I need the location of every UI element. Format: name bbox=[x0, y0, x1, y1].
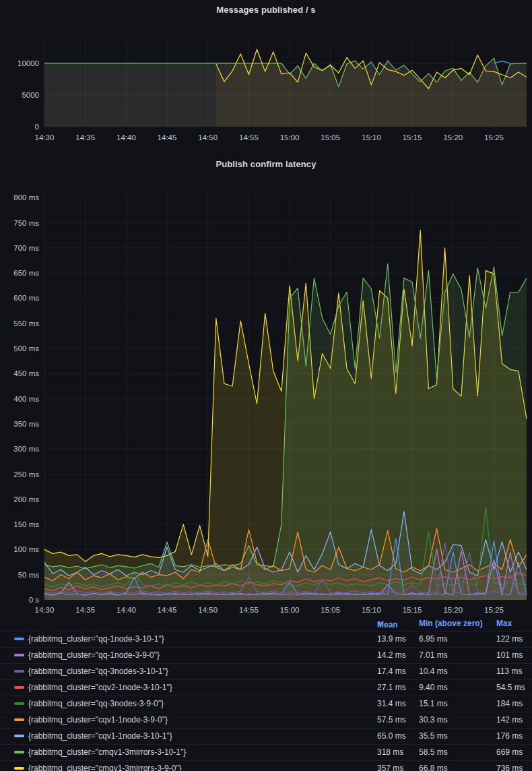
legend-value-min: 9.40 ms bbox=[419, 683, 448, 692]
svg-text:15:20: 15:20 bbox=[443, 606, 463, 614]
svg-text:750 ms: 750 ms bbox=[13, 219, 39, 227]
svg-text:14:30: 14:30 bbox=[35, 606, 55, 614]
svg-text:5000: 5000 bbox=[22, 91, 39, 99]
svg-text:15:05: 15:05 bbox=[321, 606, 340, 614]
svg-text:100 ms: 100 ms bbox=[13, 545, 39, 553]
legend-value-mean: 65.0 ms bbox=[377, 731, 406, 741]
legend-row[interactable]: {rabbitmq_cluster="qq-3nodes-3-9-0"}31.4… bbox=[0, 696, 532, 712]
svg-text:15:10: 15:10 bbox=[362, 133, 381, 142]
series-color-swatch bbox=[14, 767, 24, 770]
legend-value-min: 10.4 ms bbox=[419, 667, 448, 676]
legend-value-max: 176 ms bbox=[496, 731, 523, 741]
svg-text:0: 0 bbox=[35, 123, 39, 131]
series-color-swatch bbox=[14, 702, 24, 705]
legend-series-name[interactable]: {rabbitmq_cluster="qq-1node-3-9-0"} bbox=[28, 650, 160, 660]
legend-value-max: 669 ms bbox=[496, 747, 523, 757]
series-group bbox=[44, 230, 527, 600]
legend-series-name[interactable]: {rabbitmq_cluster="cqv2-1node-3-10-1"} bbox=[28, 683, 172, 692]
svg-text:14:35: 14:35 bbox=[75, 606, 95, 614]
svg-text:250 ms: 250 ms bbox=[13, 470, 39, 479]
svg-text:10000: 10000 bbox=[18, 59, 39, 67]
svg-text:14:45: 14:45 bbox=[158, 606, 177, 614]
svg-text:300 ms: 300 ms bbox=[13, 445, 39, 453]
svg-text:15:10: 15:10 bbox=[362, 606, 381, 614]
svg-text:500 ms: 500 ms bbox=[13, 344, 39, 352]
series-color-swatch bbox=[14, 638, 24, 640]
legend-table: Mean ^ Min (above zero) Max {rabbitmq_cl… bbox=[0, 617, 532, 771]
svg-text:15:20: 15:20 bbox=[443, 133, 463, 142]
svg-text:400 ms: 400 ms bbox=[13, 395, 39, 403]
svg-text:14:40: 14:40 bbox=[117, 133, 136, 142]
legend-value-mean: 14.2 ms bbox=[377, 650, 406, 660]
svg-text:200 ms: 200 ms bbox=[13, 495, 39, 503]
svg-text:350 ms: 350 ms bbox=[13, 420, 39, 428]
legend-value-mean: 13.9 ms bbox=[377, 634, 406, 644]
legend-value-mean: 57.5 ms bbox=[377, 715, 406, 724]
legend-value-min: 58.5 ms bbox=[419, 747, 448, 757]
legend-series-name[interactable]: {rabbitmq_cluster="cqv1-1node-3-10-1"} bbox=[28, 731, 172, 741]
svg-text:14:40: 14:40 bbox=[117, 606, 136, 614]
series-color-swatch bbox=[14, 718, 24, 721]
svg-text:450 ms: 450 ms bbox=[13, 369, 39, 377]
legend-row[interactable]: {rabbitmq_cluster="qq-1node-3-9-0"}14.2 … bbox=[0, 647, 532, 663]
svg-text:14:55: 14:55 bbox=[239, 133, 259, 142]
svg-text:600 ms: 600 ms bbox=[13, 294, 39, 302]
svg-text:15:00: 15:00 bbox=[280, 133, 300, 142]
legend-row[interactable]: {rabbitmq_cluster="cmqv1-3mirrors-3-10-1… bbox=[0, 744, 532, 760]
svg-text:15:00: 15:00 bbox=[280, 606, 300, 614]
sort-ascending-icon: ^ bbox=[377, 620, 382, 629]
legend-column-max[interactable]: Max bbox=[496, 619, 512, 628]
legend-value-mean: 357 ms bbox=[377, 764, 403, 771]
legend-value-min: 6.95 ms bbox=[419, 634, 448, 644]
messages-published-chart[interactable]: 100005000014:3014:3514:4014:4514:5014:55… bbox=[0, 0, 532, 147]
svg-text:14:30: 14:30 bbox=[35, 133, 55, 142]
svg-text:650 ms: 650 ms bbox=[13, 269, 39, 277]
svg-text:15:15: 15:15 bbox=[403, 606, 422, 614]
legend-value-mean: 17.4 ms bbox=[377, 667, 406, 676]
legend-value-mean: 31.4 ms bbox=[377, 699, 406, 708]
legend-row[interactable]: {rabbitmq_cluster="qq-1node-3-10-1"}13.9… bbox=[0, 631, 532, 647]
legend-value-max: 122 ms bbox=[496, 634, 523, 644]
legend-series-name[interactable]: {rabbitmq_cluster="qq-3nodes-3-10-1"} bbox=[28, 667, 168, 676]
legend-value-min: 15.1 ms bbox=[419, 699, 448, 708]
svg-text:15:25: 15:25 bbox=[484, 606, 504, 614]
legend-row[interactable]: {rabbitmq_cluster="qq-3nodes-3-10-1"}17.… bbox=[0, 663, 532, 679]
svg-text:15:05: 15:05 bbox=[321, 133, 340, 142]
legend-row[interactable]: {rabbitmq_cluster="cqv2-1node-3-10-1"}27… bbox=[0, 679, 532, 696]
legend-row[interactable]: {rabbitmq_cluster="cmqv1-3mirrors-3-9-0"… bbox=[0, 760, 532, 771]
svg-text:0 s: 0 s bbox=[29, 596, 40, 604]
legend-row[interactable]: {rabbitmq_cluster="cqv1-1node-3-10-1"}65… bbox=[0, 728, 532, 744]
legend-series-name[interactable]: {rabbitmq_cluster="cmqv1-3mirrors-3-9-0"… bbox=[28, 764, 182, 771]
series-color-swatch bbox=[14, 670, 24, 673]
legend-series-name[interactable]: {rabbitmq_cluster="cqv1-1node-3-9-0"} bbox=[28, 715, 168, 724]
legend-value-max: 142 ms bbox=[496, 715, 523, 724]
svg-text:15:25: 15:25 bbox=[484, 133, 504, 142]
series-group bbox=[44, 49, 527, 127]
svg-text:14:45: 14:45 bbox=[158, 133, 177, 142]
svg-text:800 ms: 800 ms bbox=[13, 193, 39, 202]
legend-value-min: 35.5 ms bbox=[419, 731, 448, 741]
legend-series-name[interactable]: {rabbitmq_cluster="cmqv1-3mirrors-3-10-1… bbox=[28, 747, 186, 757]
legend-column-min[interactable]: Min (above zero) bbox=[419, 619, 483, 628]
svg-text:700 ms: 700 ms bbox=[13, 244, 39, 252]
legend-row[interactable]: {rabbitmq_cluster="cqv1-1node-3-9-0"}57.… bbox=[0, 712, 532, 728]
svg-text:50 ms: 50 ms bbox=[18, 571, 40, 579]
legend-value-max: 184 ms bbox=[496, 699, 523, 708]
legend-value-min: 66.8 ms bbox=[419, 764, 448, 771]
svg-text:14:50: 14:50 bbox=[198, 606, 218, 614]
svg-text:14:50: 14:50 bbox=[198, 133, 218, 142]
svg-text:14:55: 14:55 bbox=[239, 606, 259, 614]
legend-header: Mean ^ Min (above zero) Max bbox=[0, 617, 532, 631]
svg-text:550 ms: 550 ms bbox=[13, 319, 39, 328]
legend-value-max: 736 ms bbox=[496, 764, 523, 771]
series-color-swatch bbox=[14, 751, 24, 753]
series-color-swatch bbox=[14, 686, 24, 689]
legend-value-max: 101 ms bbox=[496, 650, 523, 660]
legend-series-name[interactable]: {rabbitmq_cluster="qq-3nodes-3-9-0"} bbox=[28, 699, 164, 708]
legend-series-name[interactable]: {rabbitmq_cluster="qq-1node-3-10-1"} bbox=[28, 634, 164, 644]
legend-value-max: 113 ms bbox=[496, 667, 522, 676]
legend-value-min: 7.01 ms bbox=[419, 650, 448, 660]
publish-confirm-latency-chart[interactable]: 800 ms750 ms700 ms650 ms600 ms550 ms500 … bbox=[0, 154, 532, 617]
series-color-swatch bbox=[14, 735, 24, 737]
legend-value-max: 54.5 ms bbox=[496, 683, 525, 692]
